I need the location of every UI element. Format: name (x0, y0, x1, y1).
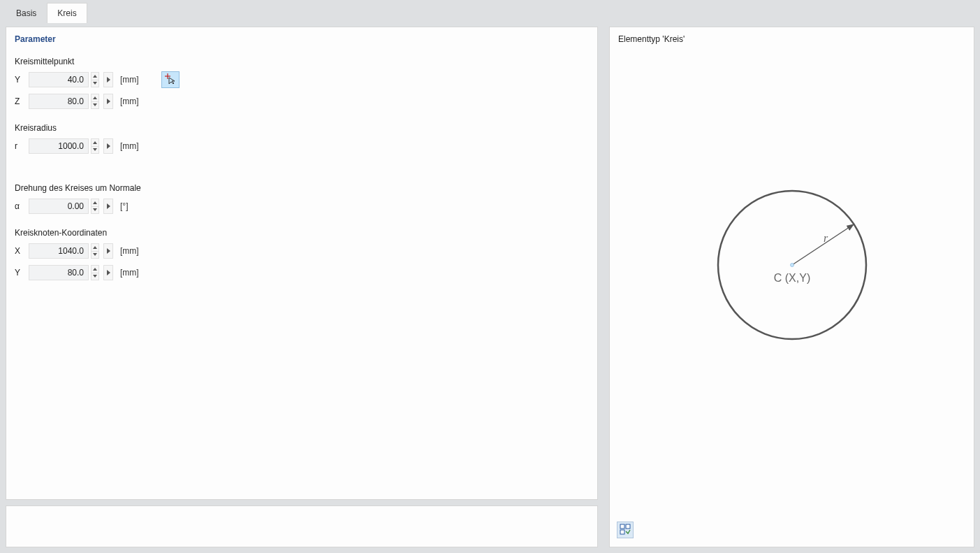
spinner-center-z (91, 94, 99, 109)
param-name-z: Z (15, 96, 26, 106)
svg-marker-13 (107, 203, 110, 209)
input-node-x[interactable] (29, 243, 89, 259)
center-label: C (X,Y) (773, 272, 810, 284)
svg-rect-24 (620, 524, 624, 529)
spin-down-icon[interactable] (91, 80, 99, 88)
svg-marker-11 (93, 201, 97, 204)
param-name-r: r (15, 141, 26, 151)
dropdown-center-y[interactable] (103, 72, 113, 87)
svg-marker-17 (93, 268, 97, 271)
param-row-r: r [mm] (15, 137, 589, 155)
svg-marker-2 (107, 77, 110, 82)
input-node-y[interactable] (29, 265, 89, 280)
svg-marker-1 (93, 82, 97, 85)
dropdown-node-x[interactable] (103, 243, 113, 259)
section-label-radius: Kreisradius (15, 123, 589, 133)
dropdown-node-y[interactable] (103, 265, 113, 280)
spin-up-icon[interactable] (91, 72, 99, 80)
svg-marker-16 (107, 248, 110, 254)
tab-basis[interactable]: Basis (6, 3, 47, 23)
input-center-z[interactable] (29, 94, 89, 109)
pick-point-button[interactable] (161, 71, 180, 88)
preview-canvas: r C (X,Y) (610, 27, 974, 547)
section-label-rotation: Drehung des Kreises um Normale (15, 183, 589, 193)
radius-label: r (824, 232, 828, 244)
param-name-node-x: X (15, 246, 26, 256)
parameter-panel: Parameter Kreismittelpunkt Y [mm] (6, 27, 598, 500)
dropdown-center-z[interactable] (103, 94, 113, 109)
left-column: Parameter Kreismittelpunkt Y [mm] (6, 27, 598, 547)
svg-marker-5 (93, 96, 97, 99)
svg-line-22 (792, 224, 854, 265)
section-label-node: Kreisknoten-Koordinaten (15, 228, 589, 238)
spin-up-icon[interactable] (91, 199, 99, 207)
svg-rect-25 (626, 524, 630, 529)
input-rotation-alpha[interactable] (29, 199, 89, 214)
input-radius-r[interactable] (29, 138, 89, 154)
svg-point-23 (790, 264, 793, 267)
param-row-z: Z [mm] (15, 92, 589, 110)
circle-diagram: r C (X,Y) (715, 188, 869, 342)
section-label-center: Kreismittelpunkt (15, 57, 589, 66)
param-name-y: Y (15, 75, 26, 85)
spinner-node-y (91, 265, 99, 280)
panel-title: Parameter (15, 34, 589, 44)
param-row-node-y: Y [mm] (15, 264, 589, 282)
unit-radius-r: [mm] (120, 141, 139, 151)
svg-marker-18 (93, 275, 97, 278)
input-center-y[interactable] (29, 72, 89, 87)
param-row-y: Y [mm] (15, 71, 589, 89)
svg-marker-9 (93, 148, 97, 151)
spin-down-icon[interactable] (91, 102, 99, 110)
spin-down-icon[interactable] (91, 207, 99, 215)
svg-marker-7 (107, 99, 110, 104)
svg-marker-14 (93, 246, 97, 249)
tab-kreis[interactable]: Kreis (47, 3, 87, 23)
unit-node-y: [mm] (120, 268, 139, 278)
param-name-alpha: α (15, 201, 26, 211)
svg-marker-15 (93, 253, 97, 256)
svg-marker-8 (93, 141, 97, 144)
view-grid-icon (620, 524, 631, 537)
spinner-radius-r (91, 138, 99, 154)
param-name-node-y: Y (15, 268, 26, 278)
param-row-alpha: α [°] (15, 197, 589, 215)
footer-panel (6, 505, 598, 547)
unit-rotation-alpha: [°] (120, 201, 128, 211)
app-root: Basis Kreis Parameter Kreismittelpunkt Y… (0, 0, 980, 553)
unit-node-x: [mm] (120, 246, 139, 256)
svg-marker-6 (93, 103, 97, 106)
param-row-node-x: X [mm] (15, 242, 589, 260)
dropdown-radius-r[interactable] (103, 138, 113, 154)
preview-panel: Elementtyp 'Kreis' r (609, 27, 974, 547)
spin-down-icon[interactable] (91, 273, 99, 281)
dropdown-rotation-alpha[interactable] (103, 199, 113, 214)
svg-marker-19 (107, 270, 110, 275)
svg-rect-26 (620, 530, 624, 534)
spinner-rotation-alpha (91, 199, 99, 214)
tab-bar: Basis Kreis (0, 0, 980, 22)
unit-center-y: [mm] (120, 75, 139, 85)
work-area: Parameter Kreismittelpunkt Y [mm] (0, 22, 980, 553)
spin-up-icon[interactable] (91, 138, 99, 147)
unit-center-z: [mm] (120, 96, 139, 106)
spin-up-icon[interactable] (91, 243, 99, 252)
right-column: Elementtyp 'Kreis' r (609, 27, 974, 547)
spin-up-icon[interactable] (91, 265, 99, 273)
svg-marker-10 (107, 143, 110, 149)
spin-down-icon[interactable] (91, 252, 99, 259)
view-mode-button[interactable] (617, 522, 634, 538)
spinner-node-x (91, 243, 99, 259)
svg-marker-12 (93, 208, 97, 211)
spinner-center-y (91, 72, 99, 87)
svg-marker-0 (93, 75, 97, 78)
cursor-pick-icon (165, 73, 176, 87)
spin-down-icon[interactable] (91, 147, 99, 155)
spin-up-icon[interactable] (91, 94, 99, 102)
